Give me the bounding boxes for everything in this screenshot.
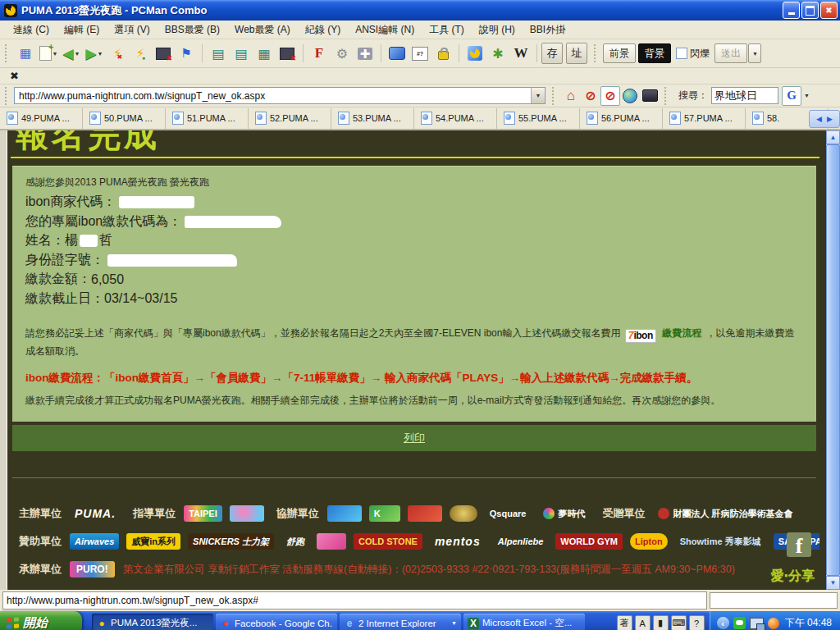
lock-button[interactable]: [431, 43, 454, 64]
tray-app-icon[interactable]: [768, 618, 779, 629]
settings-button[interactable]: ⚙: [331, 43, 354, 64]
search-engine-button[interactable]: G: [782, 86, 801, 106]
taskbar-task[interactable]: ● PUMA 2013螢光夜... ▼: [92, 614, 213, 630]
tab[interactable]: 52.PUMA ...: [249, 108, 331, 129]
menu-item[interactable]: 連線 (C): [7, 21, 56, 39]
scroll-up-button[interactable]: ▲: [826, 130, 840, 144]
print-link[interactable]: 列印: [404, 431, 425, 445]
home-button[interactable]: ⌂: [561, 86, 581, 106]
send-button[interactable]: 送出: [714, 43, 747, 63]
vertical-scrollbar[interactable]: ▲ ▼: [826, 130, 840, 590]
page-title: 報名完成: [16, 130, 826, 155]
block-popup-button[interactable]: ⊘: [600, 86, 620, 106]
scrollbar-thumb[interactable]: [826, 144, 840, 576]
ime-alpha-icon[interactable]: A: [635, 615, 651, 630]
proxy-button[interactable]: [620, 86, 640, 106]
toolbar-grip[interactable]: [5, 87, 10, 105]
toolbar-grip[interactable]: [5, 44, 10, 62]
amount-value: 6,050: [91, 272, 124, 287]
keyboard-icon[interactable]: ⌨: [671, 615, 687, 630]
plugin-button[interactable]: ✱: [486, 43, 509, 64]
menu-item[interactable]: 編輯 (E): [57, 21, 106, 39]
url-dropdown[interactable]: ▼: [531, 88, 545, 103]
encoding-icon: #?: [412, 47, 428, 61]
menu-bar: 連線 (C)編輯 (E)選項 (V)BBS最愛 (B)Web最愛 (A)紀錄 (…: [0, 21, 840, 39]
encoding-button[interactable]: #?: [409, 43, 431, 64]
facebook-icon[interactable]: f: [787, 532, 811, 557]
disconnect-button[interactable]: ⚡: [106, 43, 129, 64]
menu-item[interactable]: Web最愛 (A): [228, 21, 297, 39]
copy-button[interactable]: ▤: [207, 43, 230, 64]
menu-item[interactable]: BBS最愛 (B): [158, 21, 226, 39]
tab[interactable]: 54.PUMA ...: [414, 108, 497, 129]
menu-item[interactable]: 工具 (T): [422, 21, 471, 39]
no-ads-icon: ⊘: [585, 88, 596, 103]
capture-button[interactable]: [276, 43, 299, 64]
save-button[interactable]: 存: [541, 43, 563, 64]
close-button[interactable]: ✖: [820, 2, 838, 19]
network-icon[interactable]: [750, 618, 764, 629]
tab-scroll-left[interactable]: ◀: [816, 115, 822, 123]
minimize-button[interactable]: [783, 2, 800, 19]
status-bar: http://www.puma-nightrun.com.tw/signupT_…: [0, 590, 840, 611]
menu-item[interactable]: 紀錄 (Y): [299, 21, 347, 39]
new-tab-button[interactable]: ▼: [37, 43, 60, 64]
copy-append-button[interactable]: ▤: [230, 43, 253, 64]
resize-button[interactable]: ✚: [354, 43, 377, 64]
font-button[interactable]: F: [308, 43, 331, 64]
line-messenger-icon[interactable]: [733, 617, 746, 629]
chevron-down-icon[interactable]: ▼: [804, 93, 810, 98]
foreground-button[interactable]: 前景: [603, 43, 636, 63]
toolbar-grip[interactable]: [664, 87, 669, 105]
restore-button[interactable]: [801, 2, 819, 19]
block-ads-button[interactable]: ⊘: [581, 86, 600, 106]
search-input[interactable]: 界地球日: [711, 87, 778, 104]
forward-icon: ▶: [85, 45, 96, 62]
ime-shape-icon[interactable]: ▮: [653, 615, 669, 630]
tab[interactable]: 57.PUMA ...: [663, 108, 746, 129]
tab[interactable]: 49.PUMA ...: [0, 108, 83, 129]
ibon-flow-text: ibon繳費流程：「ibon繳費首頁」→「會員繳費」→「7-11帳單繳費」→ 輸…: [25, 371, 803, 386]
send-dropdown[interactable]: ▼: [748, 43, 761, 63]
sports-bureau-logo: [230, 505, 264, 522]
tab[interactable]: 56.PUMA ...: [580, 108, 663, 129]
tab[interactable]: 55.PUMA ...: [497, 108, 580, 129]
toolbar-grip[interactable]: [594, 44, 599, 62]
tab[interactable]: 50.PUMA ...: [83, 108, 166, 129]
layout-button[interactable]: ▦: [14, 43, 37, 64]
taskbar-task[interactable]: X Microsoft Excel - 空... ▼: [463, 614, 585, 630]
k-sports-logo: K: [369, 505, 400, 522]
blink-checkbox[interactable]: [676, 48, 687, 59]
taskbar-task[interactable]: ● Facebook - Google Ch... ▼: [216, 614, 337, 630]
add-favorite-button[interactable]: ⚑: [175, 43, 198, 64]
start-button[interactable]: 開始: [0, 611, 82, 630]
paste-button[interactable]: ▦: [253, 43, 276, 64]
ime-indicator-icon[interactable]: 著: [617, 615, 632, 630]
seven-eleven-ibon-icon: 7ibon: [625, 329, 656, 343]
tab[interactable]: 51.PUMA ...: [166, 108, 249, 129]
back-button[interactable]: ◀▼: [60, 43, 83, 64]
tab[interactable]: 53.PUMA ...: [331, 108, 414, 129]
address-button[interactable]: 址: [566, 43, 587, 64]
tab-scroll-right[interactable]: ▶: [827, 115, 833, 123]
ime-help-icon[interactable]: ?: [689, 615, 705, 630]
background-button[interactable]: 背景: [638, 43, 671, 63]
reconnect-button[interactable]: ⚡: [129, 43, 152, 64]
url-input[interactable]: http://www.puma-nightrun.com.tw/signupT_…: [14, 87, 546, 104]
menu-item[interactable]: 說明 (H): [472, 21, 522, 39]
menu-item[interactable]: ANSI編輯 (N): [349, 21, 421, 39]
toolbar-grip[interactable]: [552, 87, 557, 105]
payment-flow-link[interactable]: 繳費流程: [662, 327, 701, 339]
taskbar-task[interactable]: e 2 Internet Explorer ▼: [340, 614, 461, 630]
menu-item[interactable]: 選項 (V): [107, 21, 156, 39]
hide-icons-chevron[interactable]: ‹: [717, 617, 729, 629]
close-icon[interactable]: ✖: [10, 70, 19, 82]
close-screen-button[interactable]: [152, 43, 175, 64]
forward-button[interactable]: ▶▼: [83, 43, 106, 64]
wikipedia-button[interactable]: W: [509, 43, 532, 64]
scroll-down-button[interactable]: ▼: [826, 576, 840, 590]
console-button[interactable]: [640, 86, 660, 106]
pcman-home-button[interactable]: [463, 43, 486, 64]
window-mode-button[interactable]: [386, 43, 409, 64]
menu-item[interactable]: BBI外掛: [523, 21, 572, 39]
